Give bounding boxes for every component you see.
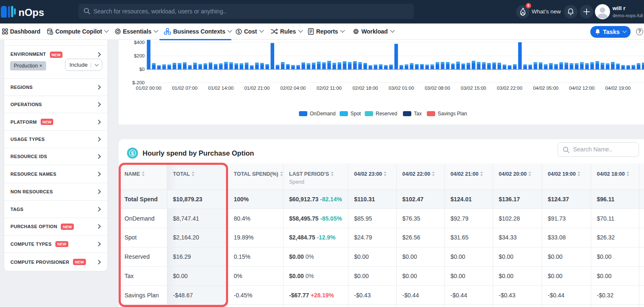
- svg-text:01/02 00:00: 01/02 00:00: [136, 86, 161, 91]
- svg-text:04/02 19:00: 04/02 19:00: [605, 86, 631, 91]
- svg-text:04/02 05:00: 04/02 05:00: [533, 86, 558, 91]
- svg-text:02/02 18:00: 02/02 18:00: [353, 86, 378, 91]
- svg-text:04/02 12:00: 04/02 12:00: [569, 86, 595, 91]
- svg-text:$-200: $-200: [132, 80, 145, 85]
- svg-text:03/02 15:00: 03/02 15:00: [461, 86, 486, 91]
- svg-text:02/02 04:00: 02/02 04:00: [280, 86, 306, 91]
- svg-text:Tax: Tax: [414, 111, 422, 117]
- svg-text:01/02 21:00: 01/02 21:00: [244, 86, 270, 91]
- svg-text:$200: $200: [134, 53, 145, 58]
- svg-text:$400: $400: [134, 40, 145, 45]
- svg-text:02/02 11:00: 02/02 11:00: [317, 86, 342, 91]
- svg-text:nOps: nOps: [18, 7, 44, 18]
- svg-text:$: $: [131, 151, 134, 156]
- svg-text:03/02 22:00: 03/02 22:00: [497, 86, 522, 91]
- svg-text:OnDemand: OnDemand: [310, 111, 335, 117]
- svg-text:Spot: Spot: [351, 111, 361, 117]
- svg-text:03/02 01:00: 03/02 01:00: [389, 86, 414, 91]
- svg-text:Savings Plan: Savings Plan: [438, 111, 467, 117]
- svg-text:$0: $0: [139, 67, 145, 72]
- svg-text:Reserved: Reserved: [376, 111, 397, 117]
- svg-text:01/02 14:00: 01/02 14:00: [208, 86, 234, 91]
- svg-text:03/02 08:00: 03/02 08:00: [425, 86, 450, 91]
- svg-text:01/02 07:00: 01/02 07:00: [172, 86, 197, 91]
